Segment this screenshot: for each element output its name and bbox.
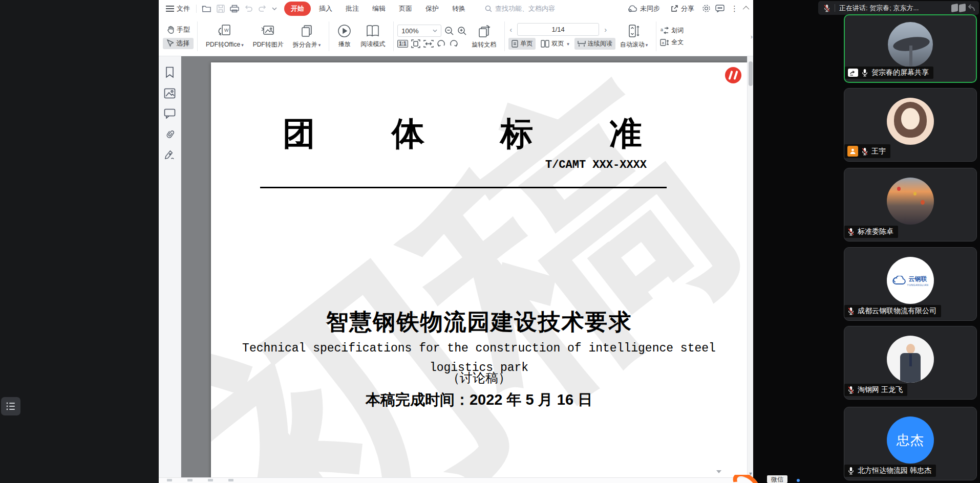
- left-tool-rail: [159, 56, 181, 477]
- select-tool-button[interactable]: 选择: [163, 38, 194, 49]
- pdf-page[interactable]: 初稿 团 体 标 准 T/CAMT XXX-XXXX 智慧钢铁物流园建设技术要求…: [211, 62, 747, 477]
- previous-page-button[interactable]: ‹: [508, 25, 513, 34]
- image-panel-icon[interactable]: [164, 88, 176, 99]
- zoom-level-dropdown[interactable]: 100%: [397, 25, 441, 37]
- status-icon-fragment: [228, 479, 233, 481]
- participant-tile[interactable]: 忠杰 北方恒达物流园 韩忠杰: [844, 407, 977, 480]
- double-page-button[interactable]: 双页 ▾: [538, 38, 572, 50]
- single-page-icon: [512, 40, 518, 48]
- subtitle-en-line1: Technical specifications for the constru…: [211, 339, 747, 358]
- divider: [656, 21, 656, 51]
- play-button[interactable]: 播放: [333, 23, 356, 50]
- avatar: [887, 98, 934, 145]
- toolbar-expander[interactable]: ›: [751, 33, 753, 40]
- page-navigation-group: ‹ 1/14 › 单页 双页: [508, 23, 615, 50]
- mic-muted-icon[interactable]: [823, 4, 830, 12]
- mic-muted-icon: [861, 147, 868, 156]
- select-tool-label: 选择: [176, 39, 189, 48]
- split-merge-button[interactable]: 拆分合并▾: [288, 23, 326, 50]
- actual-size-button[interactable]: 1:1: [397, 40, 408, 48]
- next-page-button[interactable]: ›: [603, 25, 608, 34]
- gear-icon[interactable]: [702, 4, 711, 13]
- share-button[interactable]: 分享: [668, 4, 697, 13]
- fit-page-icon[interactable]: [411, 39, 420, 48]
- continuous-reading-button[interactable]: 连续阅读: [574, 38, 615, 50]
- tab-insert[interactable]: 插入: [314, 2, 337, 15]
- hand-tool-button[interactable]: 手型: [163, 24, 194, 35]
- screen: 文件: [0, 0, 980, 483]
- bottom-dropdown-caret[interactable]: [716, 470, 721, 473]
- svg-text:a: a: [662, 40, 665, 45]
- participant-label: 标准委陈卓: [844, 226, 898, 238]
- full-translate-button[interactable]: a 全文: [660, 38, 684, 47]
- more-quick-actions-icon[interactable]: [272, 7, 277, 10]
- read-mode-label: 阅读模式: [360, 40, 385, 49]
- undo-icon[interactable]: [244, 5, 253, 12]
- participant-tile[interactable]: 贺宗春的屏幕共享: [844, 14, 977, 83]
- participant-tile[interactable]: 标准委陈卓: [844, 168, 977, 242]
- pdf-to-office-button[interactable]: W PDF转Office▾: [201, 23, 248, 50]
- zoom-group: 100% 1:1: [397, 25, 467, 48]
- tab-edit[interactable]: 编辑: [367, 2, 391, 15]
- signature-icon[interactable]: [164, 149, 176, 161]
- back-arrow-icon[interactable]: [967, 4, 976, 12]
- tab-protect[interactable]: 保护: [420, 2, 444, 15]
- rotate-document-label: 旋转文档: [472, 40, 496, 49]
- attachment-icon[interactable]: [164, 128, 175, 140]
- sync-status[interactable]: 未同步: [624, 4, 663, 13]
- redo-icon[interactable]: [258, 5, 267, 12]
- rotate-document-button[interactable]: 旋转文档: [467, 23, 501, 50]
- layout-toggle-icons[interactable]: [951, 4, 976, 12]
- document-canvas[interactable]: 初稿 团 体 标 准 T/CAMT XXX-XXXX 智慧钢铁物流园建设技术要求…: [181, 56, 747, 477]
- search-input[interactable]: 查找功能、文档内容: [485, 4, 562, 13]
- header-char: 体: [392, 112, 424, 156]
- zoom-out-icon[interactable]: [444, 26, 454, 36]
- rotate-left-icon[interactable]: [437, 39, 446, 48]
- collapse-toolbar-icon[interactable]: [743, 6, 750, 13]
- save-icon[interactable]: [217, 5, 225, 13]
- cloud-sync-icon: [627, 5, 637, 12]
- auto-scroll-button[interactable]: 自动滚动▾: [615, 23, 653, 50]
- auto-scroll-label: 自动滚动▾: [620, 40, 648, 49]
- page-indicator-input[interactable]: 1/14: [517, 23, 599, 36]
- participant-tile[interactable]: 淘钢网 王龙飞: [844, 326, 977, 400]
- open-file-icon[interactable]: [202, 5, 211, 13]
- fit-width-icon[interactable]: [423, 40, 434, 48]
- participant-tile[interactable]: 王宇: [844, 88, 977, 162]
- wps-logo-fragment: [731, 475, 760, 483]
- more-menu-icon[interactable]: ⋮: [729, 4, 740, 13]
- document-header: 团 体 标 准: [283, 112, 642, 156]
- screen-share-icon: [848, 69, 858, 77]
- participant-name: 贺宗春的屏幕共享: [871, 68, 929, 77]
- outline-panel-toggle-button[interactable]: [1, 397, 20, 415]
- participant-label: 淘钢网 王龙飞: [844, 384, 907, 396]
- tab-comment[interactable]: 批注: [340, 2, 364, 15]
- participant-label: 北方恒达物流园 韩忠杰: [844, 465, 936, 477]
- read-mode-button[interactable]: 阅读模式: [356, 24, 390, 50]
- participant-tile[interactable]: 云钢联 YUNGANGLIAN 成都云钢联物流有限公司: [844, 247, 977, 321]
- single-page-button[interactable]: 单页: [508, 38, 536, 50]
- scrollbar-thumb[interactable]: [749, 61, 753, 86]
- tab-convert[interactable]: 转换: [447, 2, 471, 15]
- participant-name: 北方恒达物流园 韩忠杰: [858, 466, 931, 475]
- word-translate-button[interactable]: a 划词: [660, 26, 684, 35]
- pdf-to-image-button[interactable]: PDF转图片: [248, 23, 288, 50]
- ribbon-toolbar: 手型 选择 W PDF转Office▾: [159, 17, 753, 56]
- tab-page[interactable]: 页面: [394, 2, 417, 15]
- comment-panel-icon[interactable]: [164, 108, 176, 119]
- print-icon[interactable]: [230, 5, 239, 13]
- tab-home[interactable]: 开始: [284, 2, 311, 16]
- bookmark-icon[interactable]: [164, 67, 175, 78]
- rotate-right-icon[interactable]: [449, 39, 458, 48]
- sync-status-label: 未同步: [640, 4, 660, 13]
- zoom-in-icon[interactable]: [457, 26, 467, 36]
- mic-on-icon: [861, 69, 868, 77]
- file-menu[interactable]: 文件: [163, 4, 193, 13]
- vertical-scrollbar[interactable]: ▼: [747, 56, 753, 477]
- standard-code: T/CAMT XXX-XXXX: [545, 159, 647, 171]
- chat-icon[interactable]: [715, 5, 725, 12]
- status-icon-fragment: [167, 479, 172, 481]
- divider: [197, 21, 198, 51]
- svg-text:W: W: [224, 28, 229, 33]
- participant-name: 成都云钢联物流有限公司: [858, 306, 936, 316]
